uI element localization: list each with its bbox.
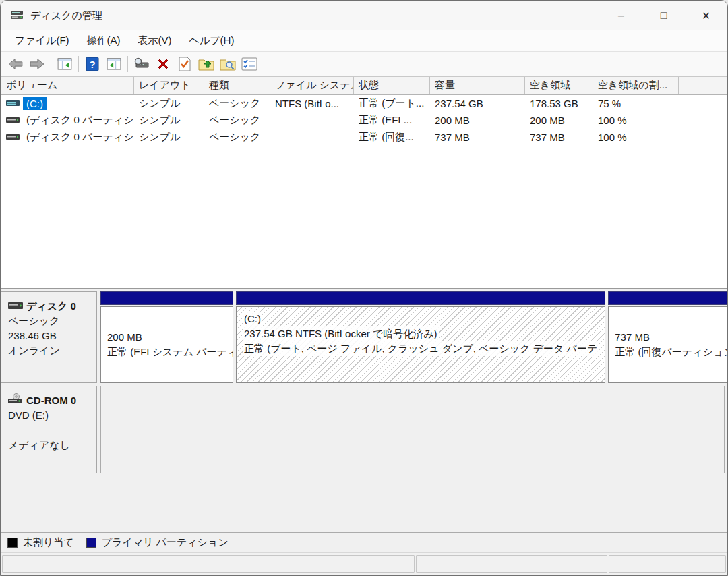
partition-color-strip <box>100 291 233 305</box>
console-client-area: ボリューム レイアウト 種類 ファイル システム 状態 容量 空き領域 空き領域… <box>1 77 727 552</box>
toolbar-separator <box>127 56 128 72</box>
percent-free-cell: 75 % <box>593 98 679 109</box>
volume-list-header: ボリューム レイアウト 種類 ファイル システム 状態 容量 空き領域 空き領域… <box>1 77 727 95</box>
status-cell: 正常 (ブート... <box>354 97 430 110</box>
maximize-button[interactable]: □ <box>642 1 685 30</box>
checklist-icon[interactable] <box>239 54 260 74</box>
partition-status: 正常 (ブート, ページ ファイル, クラッシュ ダンプ, ベーシック データ … <box>243 341 599 356</box>
status-cell: 正常 (EFI ... <box>354 114 430 127</box>
column-header-volume[interactable]: ボリューム <box>1 77 134 94</box>
minimize-button[interactable]: – <box>600 1 642 30</box>
graphical-view-pane: ディスク 0 ベーシック 238.46 GB オンライン 200 MB 正常 (… <box>1 289 727 532</box>
menu-help[interactable]: ヘルプ(H) <box>181 32 243 50</box>
disk0-partition-graph: 200 MB 正常 (EFI システム パーティシ (C:) 237.54 GB… <box>100 291 727 383</box>
volume-row[interactable]: (ディスク 0 パーティシ... シンプル ベーシック 正常 (回復... 73… <box>1 129 727 146</box>
cdrom0-name: CD-ROM 0 <box>26 393 76 408</box>
partition-recovery-body: 737 MB 正常 (回復パーティション) <box>608 306 727 383</box>
volume-name: (ディスク 0 パーティシ... <box>23 130 134 144</box>
disk0-size: 238.46 GB <box>8 328 91 343</box>
status-cell: 正常 (回復... <box>354 131 430 144</box>
show-action-pane-icon[interactable] <box>103 54 125 74</box>
percent-free-cell: 100 % <box>593 132 679 143</box>
column-header-percent-free[interactable]: 空き領域の割... <box>593 77 679 94</box>
back-icon[interactable] <box>5 54 26 74</box>
partition-c[interactable]: (C:) 237.54 GB NTFS (BitLocker で暗号化済み) 正… <box>236 291 605 383</box>
volume-cell: (ディスク 0 パーティシ... <box>1 130 134 144</box>
window-title: ディスクの管理 <box>30 9 102 22</box>
column-header-free-space[interactable]: 空き領域 <box>525 77 593 94</box>
menu-file[interactable]: ファイル(F) <box>6 32 78 50</box>
partition-efi-body: 200 MB 正常 (EFI システム パーティシ <box>100 306 233 383</box>
partition-recovery[interactable]: 737 MB 正常 (回復パーティション) <box>608 291 727 383</box>
cdrom0-info-panel[interactable]: CD-ROM 0 DVD (E:) メディアなし <box>1 386 97 473</box>
column-header-status[interactable]: 状態 <box>354 77 430 94</box>
disk0-row: ディスク 0 ベーシック 238.46 GB オンライン 200 MB 正常 (… <box>1 291 727 383</box>
menu-view[interactable]: 表示(V) <box>129 32 181 50</box>
close-button[interactable]: ✕ <box>685 1 727 30</box>
partition-color-strip <box>236 291 605 305</box>
capacity-cell: 737 MB <box>430 132 525 143</box>
legend-bar: 未割り当て プライマリ パーティション <box>1 532 727 552</box>
status-segment <box>609 555 726 573</box>
partition-c-body: (C:) 237.54 GB NTFS (BitLocker で暗号化済み) 正… <box>236 306 605 383</box>
partition-status: 正常 (EFI システム パーティシ <box>107 345 226 359</box>
column-header-empty[interactable] <box>679 77 727 94</box>
toolbar-separator <box>78 56 79 72</box>
free-space-cell: 737 MB <box>525 132 593 143</box>
volume-disk-icon <box>6 115 20 126</box>
disk0-type: ベーシック <box>8 314 91 328</box>
cdrom0-drive: DVD (E:) <box>8 408 91 423</box>
disk0-info-panel[interactable]: ディスク 0 ベーシック 238.46 GB オンライン <box>1 291 97 383</box>
cdrom0-empty-graph[interactable] <box>100 386 725 473</box>
toolbar: ? <box>1 52 727 77</box>
partition-size: 237.54 GB NTFS (BitLocker で暗号化済み) <box>243 326 439 341</box>
cdrom0-row: CD-ROM 0 DVD (E:) メディアなし <box>1 386 727 473</box>
show-console-tree-icon[interactable] <box>54 54 75 74</box>
unallocated-swatch <box>7 538 18 548</box>
svg-text:?: ? <box>89 59 95 70</box>
partition-label: (C:) <box>243 312 262 326</box>
column-header-filesystem[interactable]: ファイル システム <box>270 77 354 94</box>
menu-action[interactable]: 操作(A) <box>78 32 129 50</box>
folder-up-icon[interactable] <box>195 54 217 74</box>
window-controls: – □ ✕ <box>600 1 727 30</box>
disk-management-window: ディスクの管理 – □ ✕ ファイル(F) 操作(A) 表示(V) ヘルプ(H) <box>0 0 728 576</box>
mark-partition-icon[interactable] <box>174 54 195 74</box>
partition-size: 200 MB <box>107 330 226 345</box>
type-cell: ベーシック <box>204 97 270 110</box>
volume-row[interactable]: (ディスク 0 パーティシ... シンプル ベーシック 正常 (EFI ... … <box>1 112 727 129</box>
menubar: ファイル(F) 操作(A) 表示(V) ヘルプ(H) <box>1 30 727 52</box>
inspect-disk-icon[interactable] <box>131 54 152 74</box>
layout-cell: シンプル <box>134 114 204 127</box>
cdrom0-name-line: CD-ROM 0 <box>8 393 91 408</box>
status-bar <box>1 552 727 575</box>
layout-cell: シンプル <box>134 97 204 110</box>
column-header-type[interactable]: 種類 <box>204 77 270 94</box>
type-cell: ベーシック <box>204 131 270 144</box>
column-header-capacity[interactable]: 容量 <box>430 77 525 94</box>
volume-disk-icon <box>6 132 20 143</box>
free-space-cell: 200 MB <box>525 115 593 126</box>
titlebar: ディスクの管理 – □ ✕ <box>1 1 727 30</box>
cdrom0-media-status: メディアなし <box>8 438 91 453</box>
delete-volume-icon[interactable] <box>152 54 174 74</box>
partition-efi[interactable]: 200 MB 正常 (EFI システム パーティシ <box>100 291 233 383</box>
partition-color-strip <box>608 291 727 305</box>
capacity-cell: 237.54 GB <box>430 98 525 109</box>
column-header-layout[interactable]: レイアウト <box>134 77 204 94</box>
volume-disk-icon <box>6 98 20 109</box>
disk0-status: オンライン <box>8 343 91 358</box>
status-segment <box>2 555 415 573</box>
volume-row[interactable]: (C:) シンプル ベーシック NTFS (BitLo... 正常 (ブート..… <box>1 95 727 112</box>
type-cell: ベーシック <box>204 114 270 127</box>
partition-size: 737 MB <box>615 330 727 345</box>
help-icon[interactable]: ? <box>82 54 103 74</box>
forward-icon[interactable] <box>26 54 48 74</box>
filesystem-cell: NTFS (BitLo... <box>270 98 354 109</box>
volume-name: (C:) <box>23 97 47 110</box>
toolbar-separator <box>51 56 51 72</box>
partition-status: 正常 (回復パーティション) <box>615 345 727 359</box>
folder-search-icon[interactable] <box>217 54 239 74</box>
capacity-cell: 200 MB <box>430 115 525 126</box>
cdrom-icon <box>8 393 23 408</box>
